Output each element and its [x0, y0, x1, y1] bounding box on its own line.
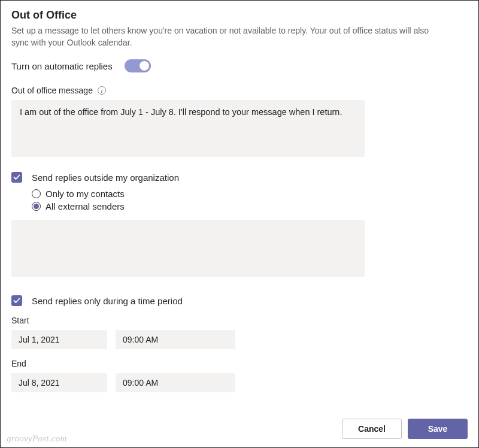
- time-period-checkbox[interactable]: [11, 295, 22, 306]
- start-date-input[interactable]: [11, 330, 107, 349]
- start-label: Start: [11, 316, 468, 325]
- end-date-input[interactable]: [11, 373, 107, 392]
- radio-only-contacts[interactable]: Only to my contacts: [32, 189, 468, 199]
- auto-replies-toggle[interactable]: [125, 59, 151, 72]
- time-period-label: Send replies only during a time period: [32, 296, 183, 306]
- toggle-knob: [140, 61, 149, 71]
- info-icon[interactable]: i: [98, 86, 106, 95]
- send-outside-label: Send replies outside my organization: [32, 172, 179, 183]
- cancel-button[interactable]: Cancel: [342, 419, 402, 439]
- page-title: Out of Office: [11, 9, 468, 22]
- radio-only-contacts-label: Only to my contacts: [46, 189, 125, 199]
- send-outside-checkbox[interactable]: [11, 172, 22, 183]
- end-label: End: [11, 359, 468, 368]
- end-time-input[interactable]: [116, 373, 235, 392]
- ooo-message-label: Out of office message: [11, 86, 93, 95]
- check-icon: [13, 297, 20, 304]
- external-message-textarea[interactable]: [11, 220, 365, 277]
- watermark: groovyPost.com: [7, 434, 67, 444]
- start-time-input[interactable]: [116, 330, 235, 349]
- auto-replies-toggle-label: Turn on automatic replies: [11, 61, 113, 71]
- radio-all-external-label: All external senders: [46, 201, 125, 211]
- page-subtitle: Set up a message to let others know you'…: [11, 25, 431, 49]
- radio-icon: [32, 202, 41, 211]
- radio-all-external[interactable]: All external senders: [32, 201, 468, 211]
- check-icon: [13, 174, 20, 181]
- ooo-message-textarea[interactable]: [11, 100, 365, 157]
- radio-icon: [32, 189, 41, 198]
- save-button[interactable]: Save: [408, 419, 468, 439]
